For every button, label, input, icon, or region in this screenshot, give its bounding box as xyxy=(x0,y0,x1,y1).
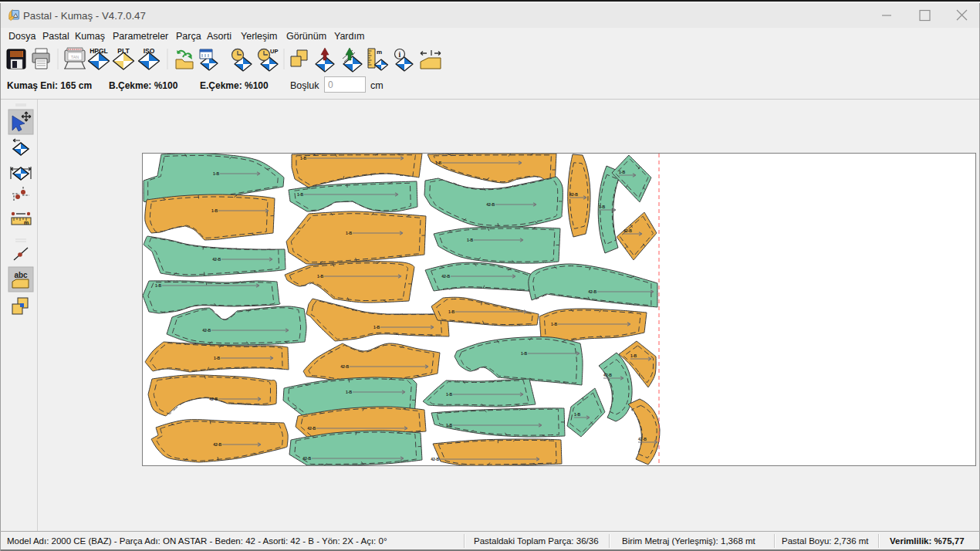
svg-text:1-B: 1-B xyxy=(346,390,352,394)
svg-text:1-B: 1-B xyxy=(213,171,219,176)
svg-text:1-B: 1-B xyxy=(619,170,625,174)
svg-text:1-B: 1-B xyxy=(574,412,580,417)
svg-text:m: m xyxy=(24,220,29,225)
svg-text:42-B: 42-B xyxy=(588,289,596,294)
svg-text:42-B: 42-B xyxy=(441,274,450,279)
svg-text:42-B: 42-B xyxy=(213,442,221,447)
svg-text:1-B: 1-B xyxy=(435,161,441,165)
svg-text:42-B: 42-B xyxy=(431,457,439,461)
svg-text:1-B: 1-B xyxy=(446,392,452,397)
svg-text:1-B: 1-B xyxy=(630,353,637,358)
svg-text:1-B: 1-B xyxy=(551,322,557,326)
svg-text:i: i xyxy=(399,50,401,59)
svg-text:42-B: 42-B xyxy=(340,364,349,369)
svg-text:1-B: 1-B xyxy=(211,208,218,213)
svg-text:1-B: 1-B xyxy=(599,205,605,209)
svg-text:1-B: 1-B xyxy=(297,192,303,197)
svg-text:1-B: 1-B xyxy=(155,283,161,288)
svg-text:1-B: 1-B xyxy=(317,274,323,279)
svg-text:42-B: 42-B xyxy=(209,397,218,401)
svg-text:1-B: 1-B xyxy=(214,356,220,360)
svg-text:42-B: 42-B xyxy=(623,228,632,233)
svg-text:42-B: 42-B xyxy=(603,373,612,377)
svg-text:42-B: 42-B xyxy=(202,328,211,333)
svg-text:1-B: 1-B xyxy=(373,325,380,330)
svg-text:42-B: 42-B xyxy=(212,257,221,262)
svg-text:1-B: 1-B xyxy=(448,309,455,314)
svg-text:UP: UP xyxy=(270,48,278,55)
svg-text:TAN: TAN xyxy=(71,55,79,59)
svg-text:1-B: 1-B xyxy=(467,238,473,242)
svg-text:42-B: 42-B xyxy=(638,437,647,441)
svg-text:abc: abc xyxy=(14,271,28,279)
svg-text:42-B: 42-B xyxy=(302,456,311,461)
svg-text:1-B: 1-B xyxy=(446,423,452,428)
svg-text:42-B: 42-B xyxy=(486,202,495,207)
svg-text:1-B: 1-B xyxy=(346,231,352,235)
svg-text:1-B: 1-B xyxy=(300,156,306,161)
svg-text:m: m xyxy=(377,49,382,56)
svg-text:42-B: 42-B xyxy=(307,426,316,431)
svg-text:1-B: 1-B xyxy=(521,351,527,356)
svg-text:42-B: 42-B xyxy=(569,192,578,197)
